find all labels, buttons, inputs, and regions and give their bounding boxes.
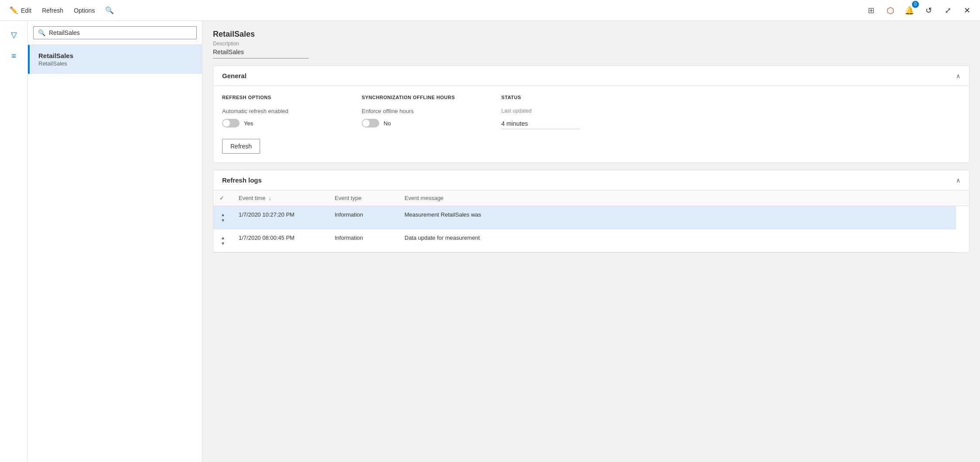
event-type-cell: Information [329, 206, 398, 229]
search-box[interactable]: 🔍 [33, 26, 197, 39]
close-icon: ✕ [964, 6, 970, 15]
fabric-icon: ⊞ [868, 6, 874, 15]
notification-count: 0 [912, 1, 919, 8]
refresh-logs-title: Refresh logs [222, 176, 262, 184]
status-col: STATUS Last updated 4 minutes [501, 95, 589, 129]
enforce-offline-row: No [362, 119, 475, 128]
office-icon-button[interactable]: ⬡ [882, 3, 898, 18]
refresh-options-label: REFRESH OPTIONS [222, 95, 336, 100]
edit-button[interactable]: ✏️ Edit [5, 3, 36, 17]
logs-table: ✓ Event time ↓ Event type [213, 190, 969, 252]
row-scroll-cell: ▲ ▼ [213, 206, 233, 229]
panel-list: RetailSales RetailSales [28, 45, 202, 462]
refresh-cycle-button[interactable]: ↺ [921, 3, 936, 18]
refresh-toolbar-button[interactable]: Refresh [38, 4, 68, 17]
description-label: Description [213, 41, 970, 47]
sort-icon: ↓ [269, 196, 271, 201]
enforce-offline-label: Enforce offline hours [362, 108, 475, 114]
description-value: RetailSales [213, 48, 309, 59]
general-section-title: General [222, 72, 247, 79]
general-section: General ∧ REFRESH OPTIONS Automatic refr… [213, 66, 970, 163]
general-chevron-icon: ∧ [956, 72, 960, 79]
scroll-up-icon[interactable]: ▲ [221, 235, 225, 240]
auto-refresh-toggle[interactable] [222, 119, 240, 128]
refresh-logs-chevron-icon: ∧ [956, 177, 960, 184]
list-button[interactable]: ≡ [5, 47, 23, 65]
panel-item-subtitle: RetailSales [38, 60, 193, 67]
edit-label: Edit [21, 7, 31, 14]
close-button[interactable]: ✕ [959, 3, 975, 18]
row-scroll: ▲ ▼ [219, 211, 226, 224]
refresh-toolbar-label: Refresh [42, 7, 63, 14]
event-message-label: Event message [404, 195, 444, 201]
expand-button[interactable]: ⤢ [940, 3, 956, 18]
page-title: RetailSales [213, 30, 970, 39]
table-row[interactable]: ▲ ▼ 1/7/2020 08:00:45 PMInformationData … [213, 229, 969, 252]
col-header-check: ✓ [213, 190, 233, 206]
check-icon: ✓ [219, 195, 224, 201]
scroll-down-icon[interactable]: ▼ [221, 218, 225, 223]
edit-icon: ✏️ [10, 6, 18, 14]
office-icon: ⬡ [887, 5, 894, 16]
panel-item-title: RetailSales [38, 52, 193, 59]
sync-offline-label: SYNCHRONIZATION OFFLINE HOURS [362, 95, 475, 100]
panel-item-retailsales[interactable]: RetailSales RetailSales [28, 45, 202, 74]
last-updated-value: 4 minutes [501, 120, 580, 129]
col-header-event-type[interactable]: Event type [329, 190, 398, 206]
panel-search: 🔍 [28, 21, 202, 45]
panel: 🔍 RetailSales RetailSales [28, 21, 202, 462]
event-message-cell: Measurement RetailSales was [398, 206, 956, 229]
toolbar: ✏️ Edit Refresh Options 🔍 ⊞ ⬡ 🔔 0 ↺ ⤢ ✕ [0, 0, 980, 21]
event-type-label: Event type [335, 195, 361, 201]
general-columns: REFRESH OPTIONS Automatic refresh enable… [222, 95, 960, 154]
col-header-event-message[interactable]: Event message [398, 190, 956, 206]
auto-refresh-thumb [223, 120, 230, 127]
search-icon: 🔍 [38, 29, 45, 36]
expand-icon: ⤢ [945, 6, 951, 15]
refresh-cycle-icon: ↺ [925, 6, 932, 15]
search-toolbar-button[interactable]: 🔍 [101, 3, 118, 17]
general-section-body: REFRESH OPTIONS Automatic refresh enable… [213, 86, 969, 162]
row-scroll-cell: ▲ ▼ [213, 229, 233, 252]
sync-offline-col: SYNCHRONIZATION OFFLINE HOURS Enforce of… [362, 95, 475, 128]
enforce-offline-value: No [384, 120, 391, 127]
refresh-logs-header[interactable]: Refresh logs ∧ [213, 170, 969, 190]
event-message-cell: Data update for measurement [398, 229, 956, 252]
fabric-icon-button[interactable]: ⊞ [863, 3, 879, 18]
notification-area: 🔔 0 [901, 3, 917, 18]
refresh-logs-body: ✓ Event time ↓ Event type [213, 190, 969, 252]
toolbar-right: ⊞ ⬡ 🔔 0 ↺ ⤢ ✕ [863, 3, 975, 18]
scroll-down-icon[interactable]: ▼ [221, 241, 225, 246]
row-scroll: ▲ ▼ [219, 234, 226, 247]
scroll-up-icon[interactable]: ▲ [221, 212, 225, 217]
col-header-event-time[interactable]: Event time ↓ [233, 190, 329, 206]
filter-icon: ▽ [11, 30, 17, 40]
event-time-label: Event time [239, 195, 265, 201]
logs-table-body: ▲ ▼ 1/7/2020 10:27:20 PMInformationMeasu… [213, 206, 969, 252]
auto-refresh-value: Yes [244, 120, 253, 127]
enforce-offline-toggle[interactable] [362, 119, 379, 128]
main-container: ▽ ≡ 🔍 RetailSales RetailSales RetailSale… [0, 21, 980, 462]
refresh-button[interactable]: Refresh [222, 139, 260, 154]
auto-refresh-row: Yes [222, 119, 336, 128]
logs-table-header-row: ✓ Event time ↓ Event type [213, 190, 969, 206]
status-label: STATUS [501, 95, 589, 100]
filter-button[interactable]: ▽ [5, 26, 23, 44]
event-type-cell: Information [329, 229, 398, 252]
sidebar: ▽ ≡ [0, 21, 28, 462]
table-row[interactable]: ▲ ▼ 1/7/2020 10:27:20 PMInformationMeasu… [213, 206, 969, 229]
content-area: RetailSales Description RetailSales Gene… [202, 21, 980, 462]
last-updated-label: Last updated [501, 108, 589, 114]
refresh-btn-area: Refresh [222, 139, 336, 154]
event-time-cell: 1/7/2020 08:00:45 PM [233, 229, 329, 252]
search-toolbar-icon: 🔍 [105, 6, 114, 14]
auto-refresh-label: Automatic refresh enabled [222, 108, 336, 114]
search-input[interactable] [49, 29, 192, 36]
list-icon: ≡ [11, 52, 16, 61]
enforce-offline-thumb [363, 120, 370, 127]
content-inner: RetailSales Description RetailSales Gene… [202, 21, 980, 269]
options-button[interactable]: Options [69, 4, 99, 17]
event-time-cell: 1/7/2020 10:27:20 PM [233, 206, 329, 229]
refresh-logs-section: Refresh logs ∧ ✓ Event time [213, 170, 970, 253]
general-section-header[interactable]: General ∧ [213, 66, 969, 86]
